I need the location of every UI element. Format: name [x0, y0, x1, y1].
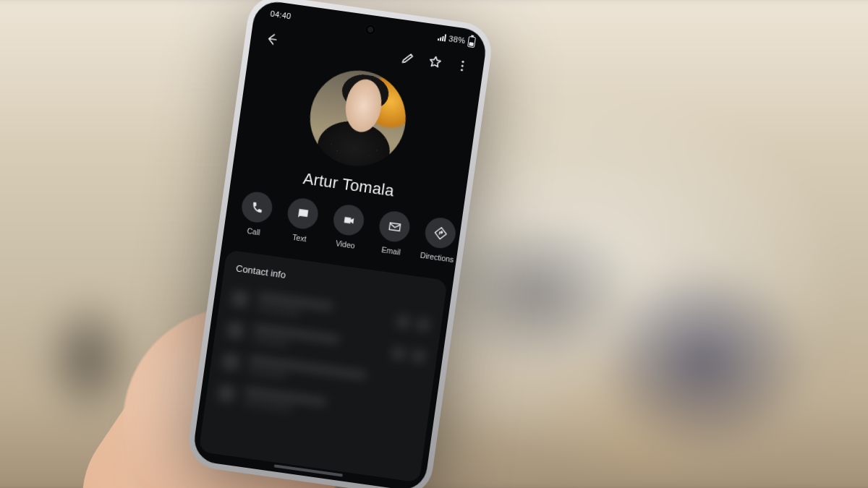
- edit-button[interactable]: [394, 44, 422, 72]
- favorite-button[interactable]: [421, 48, 448, 76]
- star-icon: [427, 54, 443, 71]
- svg-point-0: [461, 61, 464, 63]
- directions-icon: [433, 225, 448, 240]
- signal-icon: [438, 33, 446, 41]
- text-label: Text: [292, 233, 307, 244]
- call-action[interactable]: Call: [235, 189, 277, 238]
- call-label: Call: [247, 226, 261, 236]
- video-action[interactable]: Video: [327, 202, 369, 251]
- email-icon: [387, 219, 402, 234]
- text-action[interactable]: Text: [281, 196, 323, 244]
- video-call-icon[interactable]: [396, 314, 410, 329]
- clock: 04:40: [270, 9, 292, 21]
- svg-point-1: [461, 64, 464, 67]
- contact-info-card: Contact info: [198, 249, 447, 482]
- phone-icon: [226, 322, 244, 340]
- directions-label: Directions: [420, 251, 454, 264]
- arrow-left-icon: [264, 31, 281, 48]
- battery-icon: [467, 35, 476, 47]
- battery-percent: 38%: [448, 34, 466, 45]
- message-icon: [295, 206, 310, 221]
- email-action[interactable]: Email: [373, 209, 414, 257]
- message-icon[interactable]: [416, 317, 430, 332]
- pencil-icon: [400, 50, 417, 67]
- svg-point-2: [461, 69, 463, 71]
- contact-avatar[interactable]: [304, 64, 412, 172]
- phone-icon: [250, 200, 265, 215]
- videocam-icon: [341, 213, 356, 228]
- back-button[interactable]: [258, 25, 286, 53]
- phone-icon: [231, 290, 249, 308]
- video-label: Video: [335, 239, 355, 250]
- directions-action[interactable]: Directions: [419, 215, 461, 264]
- overflow-button[interactable]: [448, 52, 476, 80]
- more-vert-icon: [454, 58, 471, 74]
- location-icon: [218, 385, 236, 403]
- email-icon: [222, 353, 240, 371]
- email-label: Email: [381, 245, 401, 257]
